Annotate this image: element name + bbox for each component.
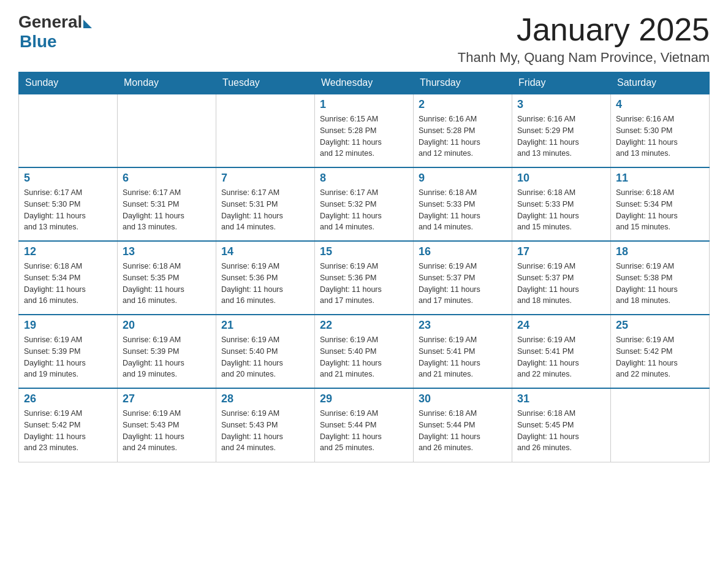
weekday-header-friday: Friday — [512, 72, 611, 94]
day-number: 22 — [320, 319, 408, 332]
day-number: 16 — [419, 245, 507, 258]
day-number: 27 — [123, 393, 211, 405]
calendar-day-cell: 21Sunrise: 6:19 AMSunset: 5:40 PMDayligh… — [216, 315, 315, 388]
calendar-day-cell: 17Sunrise: 6:19 AMSunset: 5:37 PMDayligh… — [512, 241, 611, 315]
day-info: Sunrise: 6:18 AMSunset: 5:44 PMDaylight:… — [419, 408, 507, 454]
logo-blue-text: Blue — [20, 32, 57, 52]
day-number: 17 — [517, 245, 605, 258]
calendar-day-cell — [118, 94, 216, 167]
calendar-day-cell: 8Sunrise: 6:17 AMSunset: 5:32 PMDaylight… — [315, 167, 414, 241]
day-info: Sunrise: 6:18 AMSunset: 5:33 PMDaylight:… — [419, 187, 507, 233]
calendar-day-cell: 18Sunrise: 6:19 AMSunset: 5:38 PMDayligh… — [611, 241, 710, 315]
day-number: 14 — [221, 245, 309, 258]
calendar-day-cell: 23Sunrise: 6:19 AMSunset: 5:41 PMDayligh… — [414, 315, 512, 388]
day-info: Sunrise: 6:18 AMSunset: 5:34 PMDaylight:… — [24, 261, 112, 307]
calendar-day-cell: 10Sunrise: 6:18 AMSunset: 5:33 PMDayligh… — [512, 167, 611, 241]
day-info: Sunrise: 6:19 AMSunset: 5:38 PMDaylight:… — [616, 261, 704, 307]
calendar-day-cell: 7Sunrise: 6:17 AMSunset: 5:31 PMDaylight… — [216, 167, 315, 241]
calendar-day-cell: 5Sunrise: 6:17 AMSunset: 5:30 PMDaylight… — [19, 167, 118, 241]
day-info: Sunrise: 6:17 AMSunset: 5:31 PMDaylight:… — [221, 187, 309, 233]
calendar-week-row: 12Sunrise: 6:18 AMSunset: 5:34 PMDayligh… — [19, 241, 710, 315]
calendar-day-cell: 16Sunrise: 6:19 AMSunset: 5:37 PMDayligh… — [414, 241, 512, 315]
day-info: Sunrise: 6:19 AMSunset: 5:39 PMDaylight:… — [24, 334, 112, 380]
calendar-day-cell: 11Sunrise: 6:18 AMSunset: 5:34 PMDayligh… — [611, 167, 710, 241]
day-info: Sunrise: 6:19 AMSunset: 5:37 PMDaylight:… — [419, 261, 507, 307]
calendar-day-cell — [216, 94, 315, 167]
day-info: Sunrise: 6:18 AMSunset: 5:45 PMDaylight:… — [517, 408, 605, 454]
calendar-day-cell: 31Sunrise: 6:18 AMSunset: 5:45 PMDayligh… — [512, 388, 611, 462]
day-info: Sunrise: 6:18 AMSunset: 5:35 PMDaylight:… — [123, 261, 211, 307]
title-section: January 2025 Thanh My, Quang Nam Provinc… — [458, 12, 710, 66]
day-number: 10 — [517, 172, 605, 185]
calendar-table: SundayMondayTuesdayWednesdayThursdayFrid… — [18, 72, 710, 462]
day-number: 5 — [24, 172, 112, 185]
calendar-day-cell: 24Sunrise: 6:19 AMSunset: 5:41 PMDayligh… — [512, 315, 611, 388]
calendar-week-row: 5Sunrise: 6:17 AMSunset: 5:30 PMDaylight… — [19, 167, 710, 241]
calendar-day-cell: 6Sunrise: 6:17 AMSunset: 5:31 PMDaylight… — [118, 167, 216, 241]
calendar-day-cell: 13Sunrise: 6:18 AMSunset: 5:35 PMDayligh… — [118, 241, 216, 315]
day-number: 20 — [123, 319, 211, 332]
day-info: Sunrise: 6:19 AMSunset: 5:43 PMDaylight:… — [221, 408, 309, 454]
day-number: 15 — [320, 245, 408, 258]
calendar-day-cell: 27Sunrise: 6:19 AMSunset: 5:43 PMDayligh… — [118, 388, 216, 462]
day-number: 18 — [616, 245, 704, 258]
calendar-day-cell: 12Sunrise: 6:18 AMSunset: 5:34 PMDayligh… — [19, 241, 118, 315]
day-info: Sunrise: 6:16 AMSunset: 5:29 PMDaylight:… — [517, 113, 605, 159]
day-number: 1 — [320, 98, 408, 111]
page-header: General Blue January 2025 Thanh My, Quan… — [18, 12, 710, 66]
day-number: 4 — [616, 98, 704, 111]
calendar-day-cell: 25Sunrise: 6:19 AMSunset: 5:42 PMDayligh… — [611, 315, 710, 388]
day-number: 8 — [320, 172, 408, 185]
calendar-day-cell: 2Sunrise: 6:16 AMSunset: 5:28 PMDaylight… — [414, 94, 512, 167]
calendar-week-row: 1Sunrise: 6:15 AMSunset: 5:28 PMDaylight… — [19, 94, 710, 167]
calendar-day-cell: 30Sunrise: 6:18 AMSunset: 5:44 PMDayligh… — [414, 388, 512, 462]
calendar-day-cell: 4Sunrise: 6:16 AMSunset: 5:30 PMDaylight… — [611, 94, 710, 167]
day-number: 24 — [517, 319, 605, 332]
day-number: 29 — [320, 393, 408, 405]
day-info: Sunrise: 6:19 AMSunset: 5:36 PMDaylight:… — [320, 261, 408, 307]
calendar-day-cell: 28Sunrise: 6:19 AMSunset: 5:43 PMDayligh… — [216, 388, 315, 462]
logo-triangle-icon — [83, 20, 92, 28]
day-info: Sunrise: 6:19 AMSunset: 5:43 PMDaylight:… — [123, 408, 211, 454]
day-info: Sunrise: 6:19 AMSunset: 5:36 PMDaylight:… — [221, 261, 309, 307]
day-info: Sunrise: 6:19 AMSunset: 5:44 PMDaylight:… — [320, 408, 408, 454]
day-info: Sunrise: 6:19 AMSunset: 5:42 PMDaylight:… — [616, 334, 704, 380]
month-title: January 2025 — [458, 12, 710, 47]
calendar-body: 1Sunrise: 6:15 AMSunset: 5:28 PMDaylight… — [19, 94, 710, 462]
location-text: Thanh My, Quang Nam Province, Vietnam — [458, 50, 710, 66]
weekday-header-wednesday: Wednesday — [315, 72, 414, 94]
calendar-day-cell — [611, 388, 710, 462]
day-info: Sunrise: 6:19 AMSunset: 5:40 PMDaylight:… — [320, 334, 408, 380]
calendar-day-cell: 3Sunrise: 6:16 AMSunset: 5:29 PMDaylight… — [512, 94, 611, 167]
day-number: 30 — [419, 393, 507, 405]
calendar-day-cell: 29Sunrise: 6:19 AMSunset: 5:44 PMDayligh… — [315, 388, 414, 462]
day-number: 31 — [517, 393, 605, 405]
day-number: 21 — [221, 319, 309, 332]
calendar-day-cell: 26Sunrise: 6:19 AMSunset: 5:42 PMDayligh… — [19, 388, 118, 462]
calendar-day-cell: 9Sunrise: 6:18 AMSunset: 5:33 PMDaylight… — [414, 167, 512, 241]
day-number: 23 — [419, 319, 507, 332]
calendar-day-cell: 20Sunrise: 6:19 AMSunset: 5:39 PMDayligh… — [118, 315, 216, 388]
day-number: 2 — [419, 98, 507, 111]
calendar-day-cell: 22Sunrise: 6:19 AMSunset: 5:40 PMDayligh… — [315, 315, 414, 388]
day-number: 28 — [221, 393, 309, 405]
day-number: 25 — [616, 319, 704, 332]
weekday-header-thursday: Thursday — [414, 72, 512, 94]
day-number: 26 — [24, 393, 112, 405]
logo-general-text: General — [18, 12, 82, 32]
day-info: Sunrise: 6:19 AMSunset: 5:39 PMDaylight:… — [123, 334, 211, 380]
day-info: Sunrise: 6:16 AMSunset: 5:30 PMDaylight:… — [616, 113, 704, 159]
day-info: Sunrise: 6:19 AMSunset: 5:41 PMDaylight:… — [517, 334, 605, 380]
day-info: Sunrise: 6:16 AMSunset: 5:28 PMDaylight:… — [419, 113, 507, 159]
day-info: Sunrise: 6:17 AMSunset: 5:31 PMDaylight:… — [123, 187, 211, 233]
weekday-header-sunday: Sunday — [19, 72, 118, 94]
weekday-header-row: SundayMondayTuesdayWednesdayThursdayFrid… — [19, 72, 710, 94]
day-number: 3 — [517, 98, 605, 111]
calendar-week-row: 19Sunrise: 6:19 AMSunset: 5:39 PMDayligh… — [19, 315, 710, 388]
day-number: 7 — [221, 172, 309, 185]
day-info: Sunrise: 6:18 AMSunset: 5:34 PMDaylight:… — [616, 187, 704, 233]
calendar-day-cell: 1Sunrise: 6:15 AMSunset: 5:28 PMDaylight… — [315, 94, 414, 167]
weekday-header-saturday: Saturday — [611, 72, 710, 94]
day-info: Sunrise: 6:18 AMSunset: 5:33 PMDaylight:… — [517, 187, 605, 233]
day-info: Sunrise: 6:15 AMSunset: 5:28 PMDaylight:… — [320, 113, 408, 159]
